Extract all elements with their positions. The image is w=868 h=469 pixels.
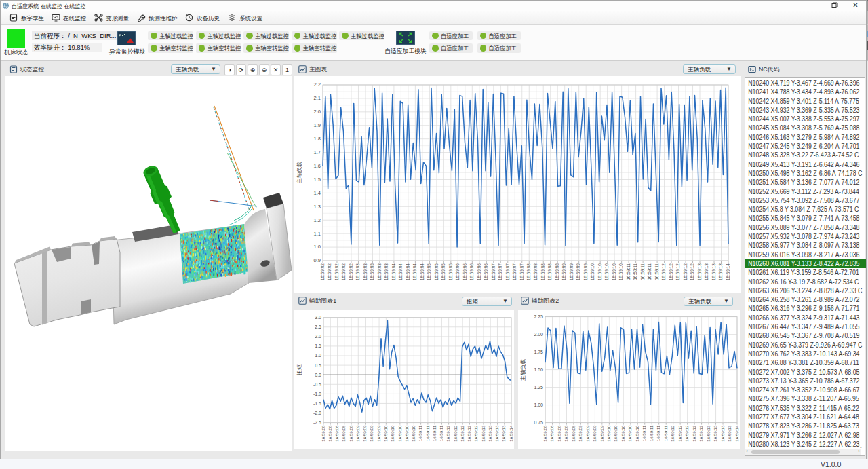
svg-text:1.6: 1.6 (314, 163, 321, 169)
svg-text:16:59:11: 16:59:11 (663, 425, 668, 441)
svg-text:16:59:11: 16:59:11 (656, 425, 660, 441)
svg-text:16:59:12: 16:59:12 (473, 425, 478, 442)
svg-text:16:59:13: 16:59:13 (481, 425, 486, 442)
svg-text:16:59:12: 16:59:12 (661, 263, 666, 281)
svg-text:16:59:14: 16:59:14 (726, 263, 730, 281)
svg-text:16:59:08: 16:59:08 (555, 263, 559, 281)
svg-text:1.25: 1.25 (534, 385, 543, 390)
svg-text:2.2: 2.2 (314, 81, 321, 88)
svg-text:16:59:04: 16:59:04 (391, 263, 396, 281)
svg-text:16:59:12: 16:59:12 (669, 263, 673, 281)
svg-text:16:59:13: 16:59:13 (713, 425, 717, 442)
svg-text:1.00: 1.00 (534, 402, 543, 407)
svg-text:16:59:12: 16:59:12 (453, 425, 458, 442)
svg-text:16:59:07: 16:59:07 (512, 263, 517, 281)
svg-text:16:59:06: 16:59:06 (477, 263, 481, 281)
svg-text:16:59:10: 16:59:10 (604, 263, 609, 281)
svg-text:2.00: 2.00 (534, 332, 543, 337)
svg-text:16:59:05: 16:59:05 (448, 263, 453, 281)
svg-text:16:59:09: 16:59:09 (369, 425, 374, 442)
svg-text:16:59:14: 16:59:14 (734, 425, 739, 442)
svg-text:2.0: 2.0 (315, 334, 321, 339)
svg-text:16:59:10: 16:59:10 (613, 425, 618, 442)
svg-text:16:59:03: 16:59:03 (384, 263, 389, 281)
svg-text:16:59:12: 16:59:12 (683, 263, 688, 281)
svg-text:3.0: 3.0 (315, 315, 321, 320)
svg-text:2.1: 2.1 (314, 95, 321, 101)
svg-text:16:59:12: 16:59:12 (670, 425, 675, 442)
svg-text:16:59:11: 16:59:11 (626, 263, 631, 280)
svg-text:16:59:09: 16:59:09 (569, 263, 574, 281)
svg-text:16:59:11: 16:59:11 (439, 425, 443, 441)
svg-text:16:59:06: 16:59:06 (469, 263, 474, 281)
svg-text:16:59:10: 16:59:10 (627, 425, 632, 442)
svg-text:16:59:09: 16:59:09 (576, 263, 580, 281)
svg-text:1.0: 1.0 (314, 244, 321, 250)
svg-text:16:59:04: 16:59:04 (420, 263, 425, 281)
svg-text:16:59:07: 16:59:07 (498, 263, 502, 281)
svg-text:1.5: 1.5 (314, 176, 321, 183)
svg-text:1.9: 1.9 (314, 122, 321, 128)
svg-text:16:59:13: 16:59:13 (727, 425, 732, 442)
svg-text:16:59:05: 16:59:05 (434, 263, 439, 281)
svg-text:16:59:08: 16:59:08 (533, 263, 538, 281)
svg-text:16:59:09: 16:59:09 (376, 425, 381, 442)
svg-text:16:59:06: 16:59:06 (455, 263, 460, 281)
svg-text:16:59:12: 16:59:12 (675, 263, 680, 281)
svg-text:16:59:09: 16:59:09 (362, 425, 367, 442)
svg-text:2.5: 2.5 (315, 324, 321, 329)
svg-text:16:59:04: 16:59:04 (412, 263, 417, 281)
svg-text:16:59:10: 16:59:10 (635, 425, 639, 442)
svg-text:2.0: 2.0 (314, 109, 321, 115)
svg-text:16:59:10: 16:59:10 (606, 425, 611, 442)
svg-text:1.0: 1.0 (315, 353, 321, 358)
svg-text:1.1: 1.1 (314, 231, 321, 237)
svg-text:16:59:11: 16:59:11 (649, 425, 654, 441)
svg-text:16:59:11: 16:59:11 (654, 263, 659, 280)
svg-text:-1.0: -1.0 (313, 392, 321, 396)
svg-text:2.25: 2.25 (534, 314, 543, 319)
svg-text:16:59:09: 16:59:09 (583, 263, 588, 281)
svg-text:16:59:12: 16:59:12 (698, 425, 703, 442)
svg-text:16:59:03: 16:59:03 (377, 263, 382, 281)
svg-text:16:59:12: 16:59:12 (460, 425, 465, 442)
svg-text:16:59:09: 16:59:09 (599, 425, 604, 442)
svg-text:16:59:08: 16:59:08 (549, 425, 554, 442)
svg-text:16:59:03: 16:59:03 (355, 263, 360, 281)
svg-text:16:59:13: 16:59:13 (720, 425, 725, 442)
svg-text:16:59:12: 16:59:12 (677, 425, 682, 442)
svg-text:16:59:06: 16:59:06 (462, 263, 467, 281)
svg-text:16:59:09: 16:59:09 (561, 263, 566, 281)
svg-text:16:59:13: 16:59:13 (501, 425, 506, 442)
svg-text:16:59:08: 16:59:08 (571, 425, 576, 442)
svg-text:16:59:04: 16:59:04 (406, 263, 410, 281)
svg-text:16:59:08: 16:59:08 (321, 425, 326, 442)
svg-text:16:59:11: 16:59:11 (640, 263, 645, 280)
svg-text:16:59:10: 16:59:10 (597, 263, 602, 281)
svg-text:16:59:11: 16:59:11 (432, 425, 437, 441)
svg-text:16:59:09: 16:59:09 (585, 425, 590, 442)
svg-text:-1.5: -1.5 (313, 401, 321, 406)
svg-text:16:59:08: 16:59:08 (547, 263, 552, 281)
svg-text:16:59:08: 16:59:08 (349, 425, 353, 442)
svg-text:16:59:03: 16:59:03 (363, 263, 368, 281)
svg-text:16:59:11: 16:59:11 (425, 425, 430, 441)
svg-text:16:59:05: 16:59:05 (427, 263, 431, 281)
svg-text:扭矩: 扭矩 (296, 364, 302, 376)
svg-text:16:59:02: 16:59:02 (334, 263, 339, 281)
svg-text:-2.0: -2.0 (313, 411, 321, 415)
svg-text:-2.5: -2.5 (313, 420, 321, 425)
svg-text:16:59:13: 16:59:13 (718, 263, 723, 281)
svg-text:16:59:10: 16:59:10 (620, 425, 625, 442)
svg-text:16:59:13: 16:59:13 (494, 425, 499, 442)
svg-text:16:59:04: 16:59:04 (398, 263, 403, 281)
svg-text:16:59:10: 16:59:10 (618, 263, 623, 281)
svg-text:16:59:13: 16:59:13 (706, 425, 711, 442)
svg-text:主轴负载: 主轴负载 (520, 359, 526, 381)
svg-text:1.4: 1.4 (314, 190, 321, 196)
svg-text:16:59:08: 16:59:08 (564, 425, 568, 442)
svg-text:16:59:08: 16:59:08 (557, 425, 561, 442)
svg-text:16:59:09: 16:59:09 (355, 425, 360, 442)
svg-text:16:59:10: 16:59:10 (411, 425, 416, 442)
svg-text:16:59:12: 16:59:12 (684, 425, 689, 442)
